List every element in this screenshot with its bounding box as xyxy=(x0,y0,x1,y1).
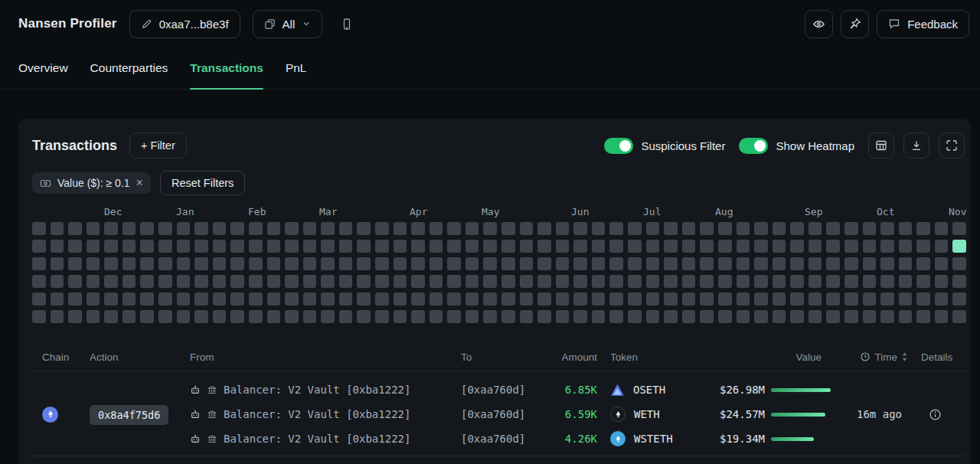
heatmap-cell[interactable] xyxy=(140,310,154,323)
heatmap-cell[interactable] xyxy=(87,222,100,235)
heatmap-cell[interactable] xyxy=(466,257,479,270)
heatmap-cell[interactable] xyxy=(863,275,877,288)
heatmap-cell[interactable] xyxy=(303,310,317,323)
heatmap-cell[interactable] xyxy=(952,222,966,235)
to-label[interactable]: [0xaa760d] xyxy=(461,408,525,420)
to-label[interactable]: [0xaa760d] xyxy=(461,433,525,445)
heatmap-cell[interactable] xyxy=(466,292,479,306)
heatmap-cell[interactable] xyxy=(826,222,840,235)
heatmap-cell[interactable] xyxy=(952,257,966,270)
heatmap-cell[interactable] xyxy=(68,310,82,323)
heatmap-cell[interactable] xyxy=(718,222,732,235)
heatmap-cell[interactable] xyxy=(32,222,46,235)
heatmap-cell[interactable] xyxy=(790,222,804,235)
heatmap-cell[interactable] xyxy=(844,310,858,323)
tab-transactions[interactable]: Transactions xyxy=(190,47,263,89)
heatmap-cell[interactable] xyxy=(122,292,136,306)
heatmap-cell[interactable] xyxy=(754,240,768,253)
heatmap-cell[interactable] xyxy=(177,310,191,323)
heatmap-cell[interactable] xyxy=(394,222,407,235)
heatmap-cell[interactable] xyxy=(411,310,425,323)
heatmap-cell[interactable] xyxy=(501,310,515,323)
heatmap-cell[interactable] xyxy=(952,240,966,253)
heatmap-cell[interactable] xyxy=(213,240,227,253)
from-entry[interactable]: Balancer: V2 Vault [0xba1222] xyxy=(190,377,461,402)
heatmap-cell[interactable] xyxy=(573,292,587,306)
heatmap-cell[interactable] xyxy=(68,257,82,270)
heatmap-cell[interactable] xyxy=(447,310,461,323)
heatmap-cell[interactable] xyxy=(935,222,949,235)
heatmap-cell[interactable] xyxy=(592,257,606,270)
heatmap-cell[interactable] xyxy=(700,257,714,270)
heatmap-cell[interactable] xyxy=(754,275,768,288)
heatmap-cell[interactable] xyxy=(213,310,227,323)
heatmap-cell[interactable] xyxy=(339,292,353,306)
heatmap-cell[interactable] xyxy=(899,310,913,323)
heatmap-cell[interactable] xyxy=(718,257,732,270)
heatmap-cell[interactable] xyxy=(773,310,786,323)
heatmap-cell[interactable] xyxy=(808,222,822,235)
heatmap-cell[interactable] xyxy=(104,292,118,306)
header-to[interactable]: To xyxy=(461,351,547,363)
heatmap-cell[interactable] xyxy=(773,275,786,288)
heatmap-cell[interactable] xyxy=(194,292,208,306)
heatmap-cell[interactable] xyxy=(537,222,551,235)
heatmap-cell[interactable] xyxy=(556,310,570,323)
heatmap-cell[interactable] xyxy=(68,240,82,253)
heatmap-cell[interactable] xyxy=(573,275,587,288)
heatmap-cell[interactable] xyxy=(646,257,660,270)
heatmap-cell[interactable] xyxy=(682,310,696,323)
heatmap-cell[interactable] xyxy=(737,257,750,270)
heatmap-cell[interactable] xyxy=(122,257,136,270)
heatmap-cell[interactable] xyxy=(267,240,281,253)
heatmap-cell[interactable] xyxy=(158,222,172,235)
heatmap-cell[interactable] xyxy=(177,292,191,306)
heatmap-cell[interactable] xyxy=(285,257,299,270)
heatmap-cell[interactable] xyxy=(158,310,172,323)
heatmap-cell[interactable] xyxy=(935,257,949,270)
heatmap-cell[interactable] xyxy=(664,275,678,288)
heatmap-cell[interactable] xyxy=(520,275,534,288)
heatmap-cell[interactable] xyxy=(68,222,82,235)
heatmap-cell[interactable] xyxy=(628,222,642,235)
heatmap-cell[interactable] xyxy=(194,240,208,253)
heatmap-cell[interactable] xyxy=(466,222,479,235)
heatmap-cell[interactable] xyxy=(609,275,623,288)
heatmap-cell[interactable] xyxy=(916,222,930,235)
heatmap-cell[interactable] xyxy=(321,222,335,235)
heatmap-cell[interactable] xyxy=(808,257,822,270)
heatmap-cell[interactable] xyxy=(194,275,208,288)
heatmap-cell[interactable] xyxy=(573,257,587,270)
heatmap-cell[interactable] xyxy=(140,222,154,235)
heatmap-cell[interactable] xyxy=(177,257,191,270)
feedback-button[interactable]: Feedback xyxy=(877,10,969,38)
heatmap-cell[interactable] xyxy=(863,310,877,323)
heatmap-cell[interactable] xyxy=(773,292,786,306)
heatmap-cell[interactable] xyxy=(194,310,208,323)
heatmap-cell[interactable] xyxy=(628,240,642,253)
heatmap-cell[interactable] xyxy=(483,275,497,288)
heatmap-cell[interactable] xyxy=(339,310,353,323)
heatmap-cell[interactable] xyxy=(230,257,244,270)
heatmap-cell[interactable] xyxy=(700,310,714,323)
heatmap-cell[interactable] xyxy=(230,240,244,253)
heatmap-cell[interactable] xyxy=(122,240,136,253)
action-badge[interactable]: 0x8a4f75d6 xyxy=(90,405,168,425)
heatmap-cell[interactable] xyxy=(682,240,696,253)
download-button[interactable] xyxy=(903,132,929,158)
heatmap-cell[interactable] xyxy=(430,240,443,253)
heatmap-cell[interactable] xyxy=(700,292,714,306)
heatmap-cell[interactable] xyxy=(773,240,786,253)
heatmap-cell[interactable] xyxy=(790,310,804,323)
heatmap-cell[interactable] xyxy=(230,275,244,288)
heatmap-cell[interactable] xyxy=(87,292,100,306)
heatmap-cell[interactable] xyxy=(520,222,534,235)
heatmap-cell[interactable] xyxy=(213,257,227,270)
heatmap-cell[interactable] xyxy=(664,292,678,306)
heatmap-cell[interactable] xyxy=(483,257,497,270)
heatmap-cell[interactable] xyxy=(737,292,750,306)
heatmap-cell[interactable] xyxy=(51,240,64,253)
heatmap-cell[interactable] xyxy=(773,257,786,270)
heatmap-cell[interactable] xyxy=(952,310,966,323)
network-selector-button[interactable]: All xyxy=(253,10,323,38)
